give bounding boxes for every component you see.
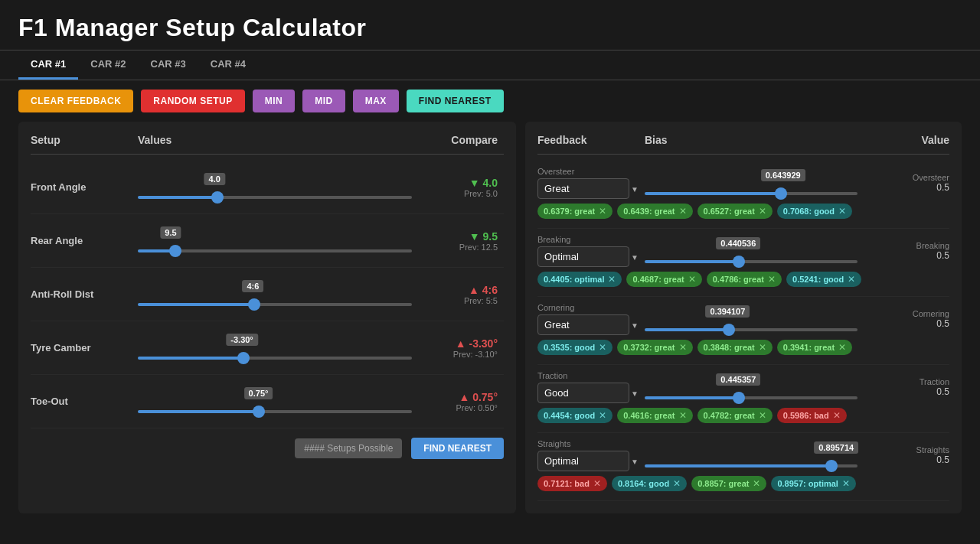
rear-angle-slider[interactable] (138, 249, 412, 252)
cornering-tag-0-close[interactable]: ✕ (597, 342, 606, 353)
traction-select[interactable]: GoodGreatOptimalBad (537, 383, 629, 403)
straights-tag-2-text: 0.8857: great (697, 479, 749, 488)
straights-tag-1-close[interactable]: ✕ (671, 478, 681, 489)
straights-tag-1: 0.8164: good ✕ (612, 476, 687, 491)
cornering-tag-2-close[interactable]: ✕ (757, 342, 766, 353)
oversteer-tag-1-close[interactable]: ✕ (678, 206, 687, 217)
straights-select-container: OptimalGreatGoodBad ▼ (537, 451, 645, 471)
breaking-select[interactable]: OptimalGreatGoodBad (537, 246, 629, 267)
traction-bias-slider[interactable] (645, 396, 858, 399)
clear-feedback-button[interactable]: CLEAR FEEDBACK (18, 90, 133, 112)
traction-tag-3: 0.5986: bad ✕ (777, 408, 847, 423)
setup-name-toe-out: Toe-Out (31, 396, 138, 407)
straights-tag-2-close[interactable]: ✕ (751, 478, 760, 489)
oversteer-select[interactable]: GreatGoodOptimalBad (537, 178, 629, 199)
traction-tag-0-close[interactable]: ✕ (597, 410, 606, 421)
setup-row-tyre-camber: Tyre Camber -3.30° ▲ -3.30° Prev: -3.10° (31, 321, 504, 375)
tyre-camber-compare-prev: Prev: -3.10° (412, 350, 498, 359)
traction-value: 0.5 (858, 386, 949, 397)
tyre-camber-slider[interactable] (138, 357, 412, 360)
breaking-tag-2-close[interactable]: ✕ (766, 274, 776, 285)
front-angle-compare: ▼ 4.0 Prev: 5.0 (412, 177, 504, 198)
tab-car3[interactable]: CAR #3 (139, 50, 198, 80)
car-tabs: CAR #1 CAR #2 CAR #3 CAR #4 (0, 50, 980, 80)
find-nearest-button-bottom[interactable]: FIND NEAREST (411, 438, 504, 459)
straights-tag-0-close[interactable]: ✕ (592, 478, 601, 489)
straights-bias-container: 0.895714 (645, 441, 858, 470)
oversteer-bias-slider[interactable] (645, 192, 858, 195)
anti-roll-compare: ▲ 4:6 Prev: 5:5 (412, 284, 504, 305)
main-content: Setup Values Compare Front Angle 4.0 ▼ 4… (0, 122, 980, 526)
cornering-tag-1-text: 0.3732: great (623, 343, 675, 352)
setup-row-anti-roll: Anti-Roll Dist 4:6 ▲ 4:6 Prev: 5:5 (31, 268, 504, 321)
cornering-select[interactable]: GreatGoodOptimalBad (537, 314, 629, 335)
cornering-tag-1: 0.3732: great ✕ (617, 340, 692, 355)
setup-name-tyre-camber: Tyre Camber (31, 342, 138, 353)
random-setup-button[interactable]: RANDOM SETUP (141, 90, 244, 112)
min-button[interactable]: MIN (253, 90, 296, 112)
toe-out-compare: ▲ 0.75° Prev: 0.50° (412, 391, 504, 412)
traction-tag-1-close[interactable]: ✕ (678, 410, 687, 421)
oversteer-tag-3-text: 0.7068: good (783, 207, 835, 216)
rear-angle-compare-val: ▼ 9.5 (412, 230, 498, 243)
cornering-bias-container: 0.394107 (645, 305, 858, 334)
straights-tag-3-text: 0.8957: optimal (777, 479, 838, 488)
tab-car4[interactable]: CAR #4 (198, 50, 258, 80)
anti-roll-slider[interactable] (138, 303, 412, 306)
breaking-tag-0-close[interactable]: ✕ (606, 274, 616, 285)
straights-select[interactable]: OptimalGreatGoodBad (537, 451, 629, 471)
cornering-select-container: GreatGoodOptimalBad ▼ (537, 314, 645, 335)
setup-row-toe-out: Toe-Out 0.75° ▲ 0.75° Prev: 0.50° (31, 375, 504, 428)
breaking-tag-1-text: 0.4687: great (632, 275, 684, 284)
rear-angle-compare-prev: Prev: 12.5 (412, 243, 498, 252)
cornering-bias-slider[interactable] (645, 328, 858, 331)
toolbar: CLEAR FEEDBACK RANDOM SETUP MIN MID MAX … (0, 80, 980, 122)
breaking-tag-3-close[interactable]: ✕ (846, 274, 855, 285)
oversteer-tag-1: 0.6439: great ✕ (617, 204, 692, 219)
oversteer-tag-0-close[interactable]: ✕ (597, 206, 606, 217)
straights-tag-1-text: 0.8164: good (618, 479, 669, 488)
traction-row-top: Traction GoodGreatOptimalBad ▼ 0.445357 … (537, 371, 949, 403)
oversteer-tag-0: 0.6379: great ✕ (537, 204, 612, 219)
traction-tag-0: 0.4454: good ✕ (537, 408, 612, 423)
tab-car2[interactable]: CAR #2 (78, 50, 138, 80)
cornering-tag-1-close[interactable]: ✕ (678, 342, 687, 353)
find-nearest-button-toolbar[interactable]: FIND NEAREST (407, 90, 504, 112)
breaking-tag-1-close[interactable]: ✕ (687, 274, 696, 285)
straights-tag-3: 0.8957: optimal ✕ (771, 476, 855, 491)
breaking-row-top: Breaking OptimalGreatGoodBad ▼ 0.440536 … (537, 235, 949, 267)
toe-out-slider[interactable] (138, 410, 412, 413)
tab-car1[interactable]: CAR #1 (18, 50, 78, 80)
cornering-tag-3-close[interactable]: ✕ (837, 342, 846, 353)
straights-value-label: Straights (858, 445, 949, 454)
mid-button[interactable]: MID (302, 90, 345, 112)
traction-tag-3-close[interactable]: ✕ (831, 410, 841, 421)
setups-number: #### (304, 443, 325, 454)
front-angle-slider[interactable] (138, 196, 412, 199)
traction-tag-2-close[interactable]: ✕ (757, 410, 766, 421)
breaking-bias-slider[interactable] (645, 260, 858, 263)
right-panel: Feedback Bias Value Oversteer GreatGoodO… (525, 122, 962, 513)
breaking-select-arrow: ▼ (631, 252, 639, 261)
breaking-value-label: Breaking (858, 241, 949, 250)
straights-tag-2: 0.8857: great ✕ (691, 476, 766, 491)
cornering-row-top: Cornering GreatGoodOptimalBad ▼ 0.394107… (537, 303, 949, 335)
breaking-tag-0-text: 0.4405: optimal (544, 275, 604, 284)
oversteer-tag-3-close[interactable]: ✕ (837, 206, 846, 217)
max-button[interactable]: MAX (353, 90, 399, 112)
straights-tag-0-text: 0.7121: bad (544, 479, 590, 488)
breaking-bias-container: 0.440536 (645, 237, 858, 265)
toe-out-compare-prev: Prev: 0.50° (412, 403, 498, 412)
tyre-camber-compare-val: ▲ -3.30° (412, 337, 498, 350)
oversteer-tag-0-text: 0.6379: great (544, 207, 595, 216)
feedback-row-breaking: Breaking OptimalGreatGoodBad ▼ 0.440536 … (537, 229, 949, 297)
oversteer-tag-2-close[interactable]: ✕ (757, 206, 766, 217)
oversteer-bias-container: 0.643929 (645, 169, 858, 197)
front-angle-slider-container: 4.0 (138, 173, 412, 201)
straights-bias-slider[interactable] (645, 464, 858, 467)
tyre-camber-slider-container: -3.30° (138, 334, 412, 362)
oversteer-value-col: Oversteer 0.5 (858, 173, 949, 193)
right-panel-header: Feedback Bias Value (537, 134, 949, 155)
straights-tag-3-close[interactable]: ✕ (841, 478, 850, 489)
setup-name-front-angle: Front Angle (31, 181, 138, 193)
